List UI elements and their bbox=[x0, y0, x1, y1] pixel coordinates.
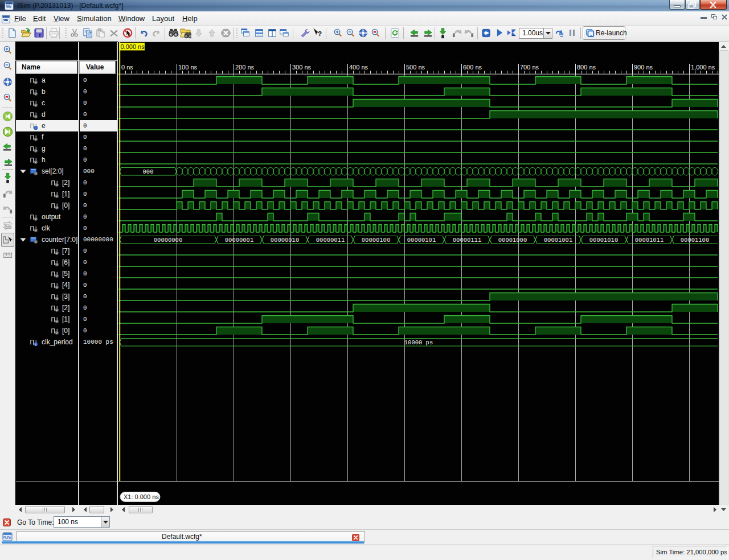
svg-text:800 ns: 800 ns bbox=[577, 64, 596, 71]
svg-text:00000111: 00000111 bbox=[453, 237, 481, 244]
svg-text:10000 ps: 10000 ps bbox=[404, 339, 433, 346]
svg-text:00000001: 00000001 bbox=[225, 237, 253, 244]
svg-text:00000101: 00000101 bbox=[407, 237, 436, 244]
svg-text:0.000 ns: 0.000 ns bbox=[121, 43, 145, 50]
svg-text:500 ns: 500 ns bbox=[406, 64, 425, 71]
svg-text:00000100: 00000100 bbox=[362, 237, 390, 244]
svg-text:0 ns: 0 ns bbox=[121, 64, 133, 71]
svg-text:300 ns: 300 ns bbox=[292, 64, 312, 71]
svg-text:000: 000 bbox=[143, 168, 154, 175]
svg-text:00001001: 00001001 bbox=[544, 237, 572, 244]
svg-text:400 ns: 400 ns bbox=[349, 64, 368, 71]
svg-text:1,000 ns: 1,000 ns bbox=[691, 64, 715, 71]
svg-text:00001000: 00001000 bbox=[498, 237, 527, 244]
svg-text:900 ns: 900 ns bbox=[634, 64, 653, 71]
svg-text:200 ns: 200 ns bbox=[235, 64, 255, 71]
svg-text:600 ns: 600 ns bbox=[463, 64, 482, 71]
svg-text:00000000: 00000000 bbox=[154, 237, 182, 244]
svg-text:00000011: 00000011 bbox=[316, 237, 345, 244]
svg-text:700 ns: 700 ns bbox=[520, 64, 539, 71]
svg-text:00001010: 00001010 bbox=[589, 237, 618, 244]
svg-text:100 ns: 100 ns bbox=[178, 64, 198, 71]
svg-text:00001100: 00001100 bbox=[681, 237, 709, 244]
svg-text:00001011: 00001011 bbox=[635, 237, 664, 244]
svg-text:00000010: 00000010 bbox=[271, 237, 299, 244]
svg-text:X1: 0.000 ns: X1: 0.000 ns bbox=[124, 493, 159, 500]
